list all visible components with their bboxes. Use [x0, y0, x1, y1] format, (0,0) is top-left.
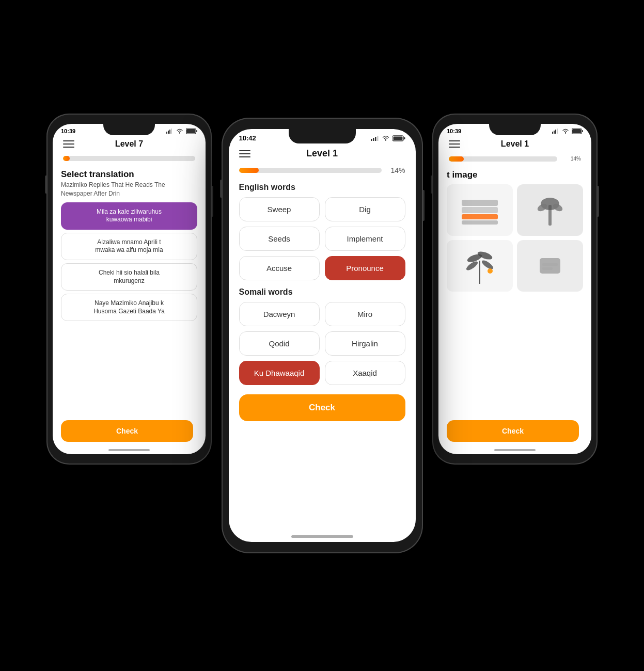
word-btn-dig[interactable]: Dig	[325, 197, 405, 221]
center-screen: 10:42	[229, 129, 416, 542]
svg-rect-6	[196, 130, 197, 132]
svg-rect-17	[462, 220, 498, 225]
select-image-title: t image	[438, 165, 591, 181]
svg-rect-13	[582, 130, 583, 132]
word-btn-xaaqid[interactable]: Xaaqid	[325, 361, 405, 385]
trans-opt-2[interactable]: Cheki hii sio halali bilamkurugenz	[61, 263, 197, 291]
home-indicator-right	[494, 449, 536, 451]
svg-rect-12	[572, 129, 581, 133]
right-screen: 10:39	[438, 124, 591, 454]
trans-opt-0[interactable]: Mila za kale ziliwaruhuskuwaowa mabibi	[61, 202, 197, 230]
svg-rect-1	[168, 131, 169, 134]
app-header-right: Level 1	[438, 135, 591, 153]
time-center: 10:42	[239, 134, 256, 142]
notch-right	[489, 124, 541, 135]
translation-hint: Mazimiko Replies That He Reads The Newsp…	[53, 181, 206, 202]
word-btn-seeds[interactable]: Seeds	[239, 227, 320, 251]
word-btn-dacweyn[interactable]: Dacweyn	[239, 302, 320, 326]
svg-rect-10	[557, 129, 558, 134]
battery-icon-left	[186, 128, 197, 134]
english-section-label: English words	[229, 178, 416, 195]
svg-rect-9	[555, 130, 556, 134]
progress-label-center: 14%	[387, 166, 405, 174]
check-btn-container: Check	[229, 387, 416, 421]
notch-left	[103, 124, 155, 135]
image-card-1[interactable]	[447, 184, 513, 236]
right-phone: 10:39	[432, 114, 598, 465]
status-icons-right	[552, 128, 583, 134]
home-indicator-left	[108, 449, 150, 451]
center-phone: 10:42	[222, 118, 423, 553]
menu-icon-right[interactable]	[449, 140, 460, 148]
image-card-4[interactable]	[517, 240, 583, 292]
svg-rect-36	[393, 136, 402, 140]
time-right: 10:39	[447, 128, 461, 134]
progress-fill-right	[449, 156, 464, 162]
menu-icon-left[interactable]	[63, 140, 74, 148]
left-screen: 10:39	[53, 124, 206, 454]
app-header-center: Level 1	[229, 144, 416, 163]
wifi-icon-center	[382, 135, 390, 141]
notch-center	[289, 129, 356, 143]
tool-image	[532, 189, 568, 231]
signal-icon-left	[166, 129, 174, 134]
progress-fill-left	[63, 156, 70, 161]
app-header-left: Level 7	[53, 135, 206, 153]
check-btn-center[interactable]: Check	[239, 394, 405, 421]
wifi-icon-right	[562, 129, 569, 134]
svg-rect-3	[171, 129, 172, 134]
app-title-right: Level 1	[501, 139, 529, 149]
word-btn-implement[interactable]: Implement	[325, 227, 405, 251]
progress-center: 14%	[229, 163, 416, 178]
progress-bar-right	[449, 156, 557, 162]
progress-fill-center	[239, 168, 259, 173]
trans-opt-3[interactable]: Naye Mazimiko Anajibu kHusoma Gazeti Baa…	[61, 294, 197, 321]
svg-rect-29	[542, 263, 558, 266]
svg-rect-5	[186, 129, 195, 133]
left-phone: 10:39	[46, 114, 212, 465]
check-btn-right[interactable]: Check	[447, 420, 579, 442]
svg-rect-2	[169, 130, 170, 134]
progress-left	[53, 153, 206, 164]
svg-rect-16	[462, 214, 498, 219]
somali-section-label: Somali words	[229, 282, 416, 300]
progress-right: 14%	[438, 153, 591, 165]
signal-icon-center	[371, 136, 379, 141]
translation-options: Mila za kale ziliwaruhuskuwaowa mabibi A…	[53, 202, 206, 322]
word-btn-pronounce[interactable]: Pronounce	[325, 256, 405, 280]
word-btn-miro[interactable]: Miro	[325, 302, 405, 326]
svg-point-26	[480, 259, 494, 270]
svg-rect-34	[377, 136, 379, 141]
svg-rect-14	[462, 200, 498, 206]
svg-rect-30	[542, 267, 553, 270]
trans-opt-1[interactable]: Alzaliwa mnamo Aprili tmwaka wa alfu moj…	[61, 233, 197, 260]
word-btn-accuse[interactable]: Accuse	[239, 256, 320, 280]
word-btn-sweep[interactable]: Sweep	[239, 197, 320, 221]
image-card-2[interactable]	[517, 184, 583, 236]
word-btn-hirgalin[interactable]: Hirgalin	[325, 331, 405, 356]
status-icons-center	[371, 135, 405, 141]
word-btn-qodid[interactable]: Qodid	[239, 331, 320, 356]
somali-word-grid: Dacweyn Miro Qodid Hirgalin Ku Dhawaaqid…	[229, 300, 416, 387]
svg-rect-0	[166, 132, 167, 134]
item-image	[532, 248, 568, 284]
app-title-left: Level 7	[115, 139, 143, 149]
progress-bar-center	[239, 168, 382, 173]
battery-icon-center	[392, 135, 405, 141]
image-card-3[interactable]	[447, 240, 513, 292]
svg-rect-8	[554, 131, 555, 134]
plant-image	[459, 245, 500, 286]
svg-rect-31	[371, 139, 372, 141]
time-left: 10:39	[61, 128, 75, 134]
select-translation-title: Select translation	[53, 164, 206, 181]
progress-bar-left	[63, 156, 195, 161]
home-indicator-center	[291, 535, 353, 538]
wifi-icon-left	[176, 129, 183, 134]
svg-rect-7	[552, 132, 553, 134]
svg-rect-32	[373, 138, 374, 141]
check-btn-left[interactable]: Check	[61, 420, 193, 442]
word-btn-ku-dhawaaqid[interactable]: Ku Dhawaaqid	[239, 361, 320, 385]
progress-label-right: 14%	[562, 156, 581, 162]
menu-icon-center[interactable]	[239, 150, 250, 157]
status-icons-left	[166, 128, 197, 134]
